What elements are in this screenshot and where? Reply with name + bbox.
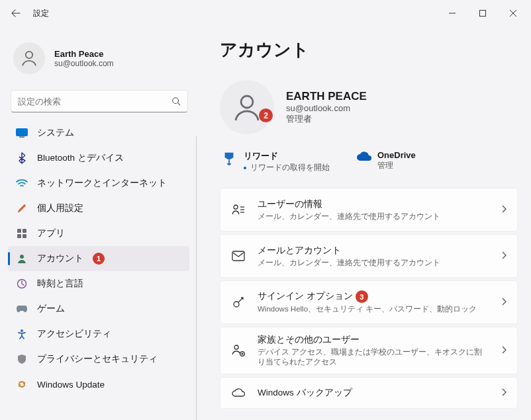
close-button[interactable] <box>498 3 528 24</box>
sidebar-item-label: アカウント <box>37 253 83 265</box>
update-icon <box>16 378 28 390</box>
mail-icon <box>231 251 246 261</box>
onedrive-icon <box>356 150 371 164</box>
svg-point-17 <box>234 205 238 209</box>
person-icon <box>19 48 39 68</box>
sidebar-item-time[interactable]: 時刻と言語 <box>8 271 189 296</box>
svg-rect-21 <box>232 251 244 261</box>
search-box[interactable] <box>11 90 188 112</box>
sidebar-item-label: 時刻と言語 <box>37 278 83 290</box>
person-icon <box>231 91 263 123</box>
sidebar-item-label: 個人用設定 <box>37 202 83 214</box>
sidebar-item-label: ネットワークとインターネット <box>37 177 167 189</box>
sidebar-item-network[interactable]: ネットワークとインターネット <box>8 171 189 196</box>
sidebar-item-label: Bluetooth とデバイス <box>37 152 124 164</box>
divider <box>196 136 197 420</box>
avatar-large: 2 <box>220 80 274 134</box>
sidebar-item-apps[interactable]: アプリ <box>8 221 189 246</box>
svg-rect-9 <box>17 229 21 233</box>
row-sub: Windows Hello、セキュリティ キー、パスワード、動的ロック <box>258 304 489 314</box>
sidebar-item-personalization[interactable]: 個人用設定 <box>8 196 189 221</box>
chevron-right-icon <box>501 298 507 308</box>
chevron-right-icon <box>501 205 507 215</box>
bullet-icon <box>244 167 246 169</box>
svg-line-6 <box>178 103 181 106</box>
gamepad-icon <box>16 303 28 315</box>
svg-rect-8 <box>19 137 24 138</box>
svg-point-15 <box>21 329 23 332</box>
sidebar-item-label: Windows Update <box>37 380 105 390</box>
sidebar-item-label: アクセシビリティ <box>37 328 111 340</box>
back-button[interactable] <box>5 3 26 24</box>
minimize-icon <box>449 10 456 17</box>
svg-point-23 <box>234 345 238 349</box>
close-icon <box>510 10 516 17</box>
maximize-button[interactable] <box>467 3 498 24</box>
account-role: 管理者 <box>286 113 367 125</box>
account-profile: 2 EARTH PEACE su@outlook.com 管理者 <box>220 80 518 134</box>
sidebar-item-privacy[interactable]: プライバシーとセキュリティ <box>8 347 189 372</box>
rewards-sub: リワードの取得を開始 <box>250 162 330 173</box>
row-sub: デバイス アクセス、職場または学校のユーザー、キオスクに割り当てられたアクセス <box>258 347 489 367</box>
row-signin-options[interactable]: サインイン オプション3Windows Hello、セキュリティ キー、パスワー… <box>220 280 518 324</box>
onedrive-card[interactable]: OneDrive 管理 <box>356 150 416 173</box>
row-title: ユーザーの情報 <box>258 198 489 210</box>
row-sub: メール、カレンダー、連絡先で使用するアカウント <box>258 258 489 268</box>
rewards-title: リワード <box>244 150 330 162</box>
sidebar-profile[interactable]: Earth Peace su@outlook.com <box>8 32 191 87</box>
backup-icon <box>231 388 246 398</box>
chevron-right-icon <box>501 388 507 398</box>
nav-list: システム Bluetooth とデバイス ネットワークとインターネット 個人用設… <box>8 120 191 420</box>
onedrive-title: OneDrive <box>377 150 416 160</box>
accounts-icon <box>16 253 28 265</box>
rewards-card[interactable]: リワード リワードの取得を開始 <box>222 150 330 173</box>
window-title: 設定 <box>33 8 49 19</box>
profile-email: su@outlook.com <box>54 59 114 68</box>
maximize-icon <box>479 10 486 17</box>
accessibility-icon <box>16 328 28 340</box>
svg-point-5 <box>173 98 179 104</box>
row-user-info[interactable]: ユーザーの情報メール、カレンダー、連絡先で使用するアカウント <box>220 188 518 231</box>
bluetooth-icon <box>16 152 28 164</box>
sidebar-item-system[interactable]: システム <box>8 120 189 146</box>
row-family-users[interactable]: 家族とその他のユーザーデバイス アクセス、職場または学校のユーザー、キオスクに割… <box>220 327 518 374</box>
row-title: サインイン オプション <box>258 291 353 301</box>
sidebar-item-label: システム <box>37 127 74 139</box>
minimize-button[interactable] <box>437 3 467 24</box>
sidebar-item-label: アプリ <box>37 228 65 239</box>
sidebar-item-label: プライバシーとセキュリティ <box>37 353 158 365</box>
annotation-badge-2: 2 <box>259 108 273 122</box>
page-heading: アカウント <box>220 38 518 62</box>
annotation-badge-3: 3 <box>356 290 368 303</box>
rewards-icon <box>222 150 237 168</box>
row-windows-backup[interactable]: Windows バックアップ <box>220 377 518 409</box>
user-info-icon <box>231 204 246 216</box>
arrow-left-icon <box>11 9 21 18</box>
clock-icon <box>16 278 28 290</box>
svg-point-4 <box>26 52 33 59</box>
row-title: メールとアカウント <box>258 245 489 257</box>
profile-name: Earth Peace <box>54 49 114 59</box>
sidebar-item-update[interactable]: Windows Update <box>8 372 189 397</box>
sidebar-item-accounts[interactable]: アカウント 1 <box>8 246 189 271</box>
annotation-badge-1: 1 <box>93 253 105 265</box>
search-icon <box>171 97 181 106</box>
sidebar-item-accessibility[interactable]: アクセシビリティ <box>8 321 189 347</box>
onedrive-sub: 管理 <box>377 160 393 171</box>
apps-icon <box>16 228 28 239</box>
svg-rect-12 <box>23 234 26 238</box>
chevron-right-icon <box>501 251 507 261</box>
chevron-right-icon <box>501 346 507 356</box>
shield-icon <box>16 353 28 365</box>
row-email-accounts[interactable]: メールとアカウントメール、カレンダー、連絡先で使用するアカウント <box>220 234 518 278</box>
network-icon <box>16 177 28 189</box>
row-title: Windows バックアップ <box>258 387 489 399</box>
key-icon <box>231 296 246 309</box>
svg-rect-1 <box>480 11 486 17</box>
sidebar-item-gaming[interactable]: ゲーム <box>8 296 189 321</box>
search-input[interactable] <box>18 97 171 106</box>
sidebar-item-bluetooth[interactable]: Bluetooth とデバイス <box>8 146 189 171</box>
account-email: su@outlook.com <box>286 103 367 113</box>
sidebar-item-label: ゲーム <box>37 303 65 315</box>
system-icon <box>16 127 28 139</box>
